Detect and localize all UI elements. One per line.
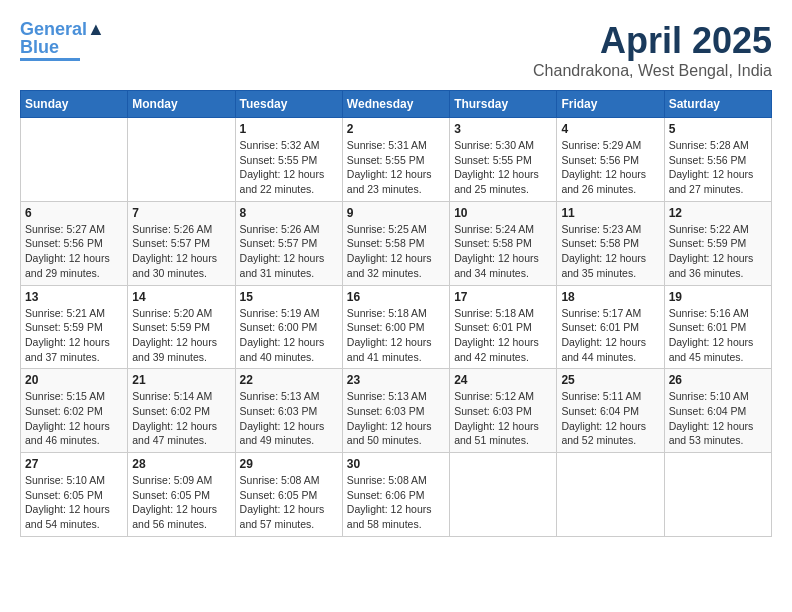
calendar-cell: 3Sunrise: 5:30 AMSunset: 5:55 PMDaylight…: [450, 118, 557, 202]
location-subtitle: Chandrakona, West Bengal, India: [533, 62, 772, 80]
weekday-header-sunday: Sunday: [21, 91, 128, 118]
day-info: Sunrise: 5:18 AMSunset: 6:01 PMDaylight:…: [454, 306, 552, 365]
calendar-week-row: 20Sunrise: 5:15 AMSunset: 6:02 PMDayligh…: [21, 369, 772, 453]
day-info: Sunrise: 5:21 AMSunset: 5:59 PMDaylight:…: [25, 306, 123, 365]
day-number: 26: [669, 373, 767, 387]
calendar-cell: [450, 453, 557, 537]
day-info: Sunrise: 5:19 AMSunset: 6:00 PMDaylight:…: [240, 306, 338, 365]
weekday-header-tuesday: Tuesday: [235, 91, 342, 118]
day-info: Sunrise: 5:08 AMSunset: 6:06 PMDaylight:…: [347, 473, 445, 532]
weekday-header-friday: Friday: [557, 91, 664, 118]
calendar-week-row: 27Sunrise: 5:10 AMSunset: 6:05 PMDayligh…: [21, 453, 772, 537]
day-number: 7: [132, 206, 230, 220]
day-info: Sunrise: 5:16 AMSunset: 6:01 PMDaylight:…: [669, 306, 767, 365]
calendar-cell: [664, 453, 771, 537]
day-info: Sunrise: 5:25 AMSunset: 5:58 PMDaylight:…: [347, 222, 445, 281]
day-number: 16: [347, 290, 445, 304]
logo-general: General: [20, 19, 87, 39]
calendar-cell: 25Sunrise: 5:11 AMSunset: 6:04 PMDayligh…: [557, 369, 664, 453]
day-info: Sunrise: 5:20 AMSunset: 5:59 PMDaylight:…: [132, 306, 230, 365]
day-number: 15: [240, 290, 338, 304]
day-info: Sunrise: 5:29 AMSunset: 5:56 PMDaylight:…: [561, 138, 659, 197]
calendar-cell: 28Sunrise: 5:09 AMSunset: 6:05 PMDayligh…: [128, 453, 235, 537]
day-number: 3: [454, 122, 552, 136]
day-number: 29: [240, 457, 338, 471]
day-info: Sunrise: 5:27 AMSunset: 5:56 PMDaylight:…: [25, 222, 123, 281]
logo: General▲ Blue: [20, 20, 105, 61]
calendar-cell: 23Sunrise: 5:13 AMSunset: 6:03 PMDayligh…: [342, 369, 449, 453]
calendar-cell: 8Sunrise: 5:26 AMSunset: 5:57 PMDaylight…: [235, 201, 342, 285]
logo-text: General▲: [20, 20, 105, 38]
day-number: 28: [132, 457, 230, 471]
day-number: 22: [240, 373, 338, 387]
calendar-cell: 26Sunrise: 5:10 AMSunset: 6:04 PMDayligh…: [664, 369, 771, 453]
calendar-cell: 4Sunrise: 5:29 AMSunset: 5:56 PMDaylight…: [557, 118, 664, 202]
day-number: 19: [669, 290, 767, 304]
calendar-cell: 7Sunrise: 5:26 AMSunset: 5:57 PMDaylight…: [128, 201, 235, 285]
day-info: Sunrise: 5:22 AMSunset: 5:59 PMDaylight:…: [669, 222, 767, 281]
day-info: Sunrise: 5:13 AMSunset: 6:03 PMDaylight:…: [240, 389, 338, 448]
day-number: 27: [25, 457, 123, 471]
day-number: 30: [347, 457, 445, 471]
calendar-cell: 1Sunrise: 5:32 AMSunset: 5:55 PMDaylight…: [235, 118, 342, 202]
day-info: Sunrise: 5:24 AMSunset: 5:58 PMDaylight:…: [454, 222, 552, 281]
header: General▲ Blue April 2025 Chandrakona, We…: [20, 20, 772, 80]
day-number: 4: [561, 122, 659, 136]
calendar-cell: 18Sunrise: 5:17 AMSunset: 6:01 PMDayligh…: [557, 285, 664, 369]
calendar-week-row: 1Sunrise: 5:32 AMSunset: 5:55 PMDaylight…: [21, 118, 772, 202]
day-info: Sunrise: 5:28 AMSunset: 5:56 PMDaylight:…: [669, 138, 767, 197]
day-number: 14: [132, 290, 230, 304]
calendar-cell: 20Sunrise: 5:15 AMSunset: 6:02 PMDayligh…: [21, 369, 128, 453]
calendar-cell: 15Sunrise: 5:19 AMSunset: 6:00 PMDayligh…: [235, 285, 342, 369]
day-info: Sunrise: 5:08 AMSunset: 6:05 PMDaylight:…: [240, 473, 338, 532]
calendar-cell: 9Sunrise: 5:25 AMSunset: 5:58 PMDaylight…: [342, 201, 449, 285]
calendar-cell: 24Sunrise: 5:12 AMSunset: 6:03 PMDayligh…: [450, 369, 557, 453]
calendar-cell: 12Sunrise: 5:22 AMSunset: 5:59 PMDayligh…: [664, 201, 771, 285]
day-info: Sunrise: 5:30 AMSunset: 5:55 PMDaylight:…: [454, 138, 552, 197]
day-info: Sunrise: 5:10 AMSunset: 6:05 PMDaylight:…: [25, 473, 123, 532]
calendar-cell: 13Sunrise: 5:21 AMSunset: 5:59 PMDayligh…: [21, 285, 128, 369]
day-info: Sunrise: 5:26 AMSunset: 5:57 PMDaylight:…: [132, 222, 230, 281]
day-number: 11: [561, 206, 659, 220]
calendar-cell: 6Sunrise: 5:27 AMSunset: 5:56 PMDaylight…: [21, 201, 128, 285]
calendar-table: SundayMondayTuesdayWednesdayThursdayFrid…: [20, 90, 772, 537]
calendar-cell: 29Sunrise: 5:08 AMSunset: 6:05 PMDayligh…: [235, 453, 342, 537]
day-info: Sunrise: 5:11 AMSunset: 6:04 PMDaylight:…: [561, 389, 659, 448]
title-area: April 2025 Chandrakona, West Bengal, Ind…: [533, 20, 772, 80]
day-number: 20: [25, 373, 123, 387]
calendar-cell: [128, 118, 235, 202]
day-number: 24: [454, 373, 552, 387]
calendar-cell: 30Sunrise: 5:08 AMSunset: 6:06 PMDayligh…: [342, 453, 449, 537]
day-number: 25: [561, 373, 659, 387]
day-info: Sunrise: 5:12 AMSunset: 6:03 PMDaylight:…: [454, 389, 552, 448]
calendar-cell: [21, 118, 128, 202]
day-number: 10: [454, 206, 552, 220]
day-info: Sunrise: 5:10 AMSunset: 6:04 PMDaylight:…: [669, 389, 767, 448]
day-info: Sunrise: 5:15 AMSunset: 6:02 PMDaylight:…: [25, 389, 123, 448]
calendar-cell: 16Sunrise: 5:18 AMSunset: 6:00 PMDayligh…: [342, 285, 449, 369]
day-number: 2: [347, 122, 445, 136]
calendar-week-row: 13Sunrise: 5:21 AMSunset: 5:59 PMDayligh…: [21, 285, 772, 369]
day-number: 21: [132, 373, 230, 387]
calendar-cell: 22Sunrise: 5:13 AMSunset: 6:03 PMDayligh…: [235, 369, 342, 453]
calendar-cell: 2Sunrise: 5:31 AMSunset: 5:55 PMDaylight…: [342, 118, 449, 202]
calendar-week-row: 6Sunrise: 5:27 AMSunset: 5:56 PMDaylight…: [21, 201, 772, 285]
month-title: April 2025: [533, 20, 772, 62]
weekday-header-monday: Monday: [128, 91, 235, 118]
day-info: Sunrise: 5:23 AMSunset: 5:58 PMDaylight:…: [561, 222, 659, 281]
day-info: Sunrise: 5:09 AMSunset: 6:05 PMDaylight:…: [132, 473, 230, 532]
day-number: 13: [25, 290, 123, 304]
calendar-cell: [557, 453, 664, 537]
day-number: 6: [25, 206, 123, 220]
calendar-cell: 5Sunrise: 5:28 AMSunset: 5:56 PMDaylight…: [664, 118, 771, 202]
day-number: 1: [240, 122, 338, 136]
calendar-cell: 14Sunrise: 5:20 AMSunset: 5:59 PMDayligh…: [128, 285, 235, 369]
day-info: Sunrise: 5:14 AMSunset: 6:02 PMDaylight:…: [132, 389, 230, 448]
day-info: Sunrise: 5:18 AMSunset: 6:00 PMDaylight:…: [347, 306, 445, 365]
day-number: 8: [240, 206, 338, 220]
calendar-cell: 17Sunrise: 5:18 AMSunset: 6:01 PMDayligh…: [450, 285, 557, 369]
weekday-header-thursday: Thursday: [450, 91, 557, 118]
day-info: Sunrise: 5:26 AMSunset: 5:57 PMDaylight:…: [240, 222, 338, 281]
weekday-header-saturday: Saturday: [664, 91, 771, 118]
logo-blue: Blue: [20, 38, 59, 56]
